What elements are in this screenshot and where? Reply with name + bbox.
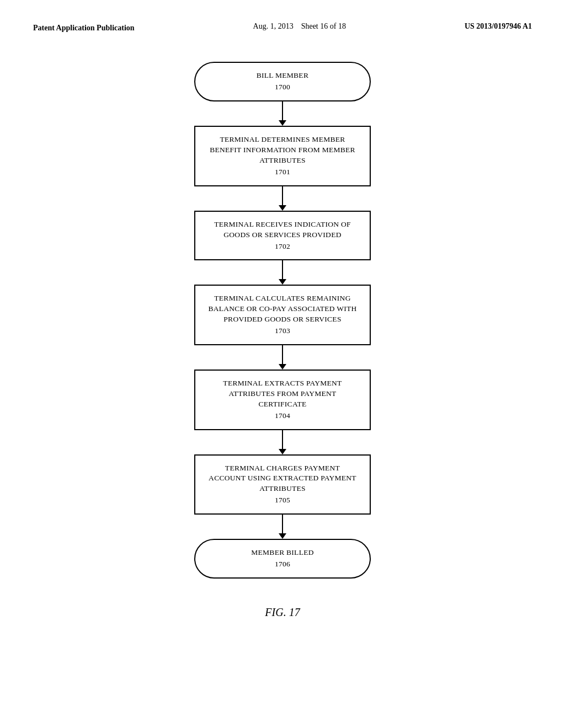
figure-caption-text: FIG. 17 xyxy=(265,606,300,618)
patent-number: US 2013/0197946 A1 xyxy=(465,22,532,30)
node-bill-member: BILL MEMBER 1700 xyxy=(194,62,371,101)
arrow-line-6 xyxy=(282,515,283,533)
figure-caption: FIG. 17 xyxy=(33,606,532,619)
node-1703: TERMINAL CALCULATES REMAINING BALANCE OR… xyxy=(194,285,371,345)
arrow-line-5 xyxy=(282,430,283,449)
header-center: Aug. 1, 2013 Sheet 16 of 18 xyxy=(253,22,346,31)
node-1703-label: TERMINAL CALCULATES REMAINING BALANCE OR… xyxy=(206,293,359,325)
publication-label: Patent Application Publication xyxy=(33,24,135,32)
node-1700-number: 1700 xyxy=(206,82,359,93)
node-1706-number: 1706 xyxy=(206,559,359,570)
node-1703-number: 1703 xyxy=(206,326,359,336)
node-1701-label: TERMINAL DETERMINES MEMBER BENEFIT INFOR… xyxy=(206,135,359,166)
arrow-head-2 xyxy=(279,205,286,211)
node-1704-number: 1704 xyxy=(206,411,359,421)
arrow-line-2 xyxy=(282,186,283,205)
node-1702-number: 1702 xyxy=(206,242,359,252)
node-1702-label: TERMINAL RECEIVES INDICATION OF GOODS OR… xyxy=(206,220,359,240)
arrow-line-1 xyxy=(282,101,283,120)
node-1700-label: BILL MEMBER xyxy=(206,71,359,81)
header-left: Patent Application Publication xyxy=(33,22,135,34)
header-right: US 2013/0197946 A1 xyxy=(465,22,532,31)
node-1701: TERMINAL DETERMINES MEMBER BENEFIT INFOR… xyxy=(194,126,371,186)
node-1705: TERMINAL CHARGES PAYMENT ACCOUNT USING E… xyxy=(194,454,371,515)
header: Patent Application Publication Aug. 1, 2… xyxy=(33,22,532,34)
node-1704-label: TERMINAL EXTRACTS PAYMENT ATTRIBUTES FRO… xyxy=(206,378,359,410)
flowchart: BILL MEMBER 1700 TERMINAL DETERMINES MEM… xyxy=(33,62,532,578)
node-1701-number: 1701 xyxy=(206,167,359,178)
node-member-billed: MEMBER BILLED 1706 xyxy=(194,539,371,579)
node-1702: TERMINAL RECEIVES INDICATION OF GOODS OR… xyxy=(194,211,371,261)
arrow-head-5 xyxy=(279,449,286,454)
arrow-2 xyxy=(279,186,286,211)
arrow-1 xyxy=(279,101,286,126)
arrow-5 xyxy=(279,430,286,454)
sheet-info: Sheet 16 of 18 xyxy=(301,22,346,30)
arrow-head-3 xyxy=(279,279,286,285)
publication-date: Aug. 1, 2013 xyxy=(253,22,294,30)
node-1704: TERMINAL EXTRACTS PAYMENT ATTRIBUTES FRO… xyxy=(194,370,371,430)
arrow-head-1 xyxy=(279,120,286,126)
node-1706-label: MEMBER BILLED xyxy=(206,548,359,558)
arrow-6 xyxy=(279,515,286,539)
node-1705-number: 1705 xyxy=(206,495,359,506)
page: Patent Application Publication Aug. 1, 2… xyxy=(0,0,565,728)
arrow-line-3 xyxy=(282,260,283,279)
arrow-head-4 xyxy=(279,364,286,370)
arrow-head-6 xyxy=(279,533,286,539)
arrow-3 xyxy=(279,260,286,285)
arrow-line-4 xyxy=(282,345,283,364)
arrow-4 xyxy=(279,345,286,370)
node-1705-label: TERMINAL CHARGES PAYMENT ACCOUNT USING E… xyxy=(206,463,359,495)
